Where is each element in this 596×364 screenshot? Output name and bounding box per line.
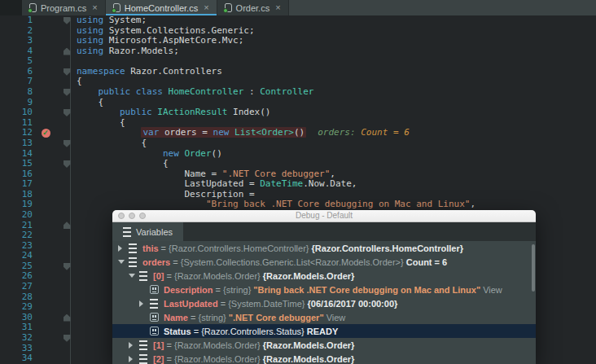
view-link[interactable]: View [324,313,346,322]
breakpoint-gutter-empty[interactable] [34,98,57,108]
breakpoint-gutter-empty[interactable] [34,221,57,231]
fold-marker-down-icon[interactable] [64,140,71,147]
fold-marker-down-icon[interactable] [64,68,71,76]
fold-marker-down-icon[interactable] [64,89,71,96]
breakpoint-gutter-empty[interactable] [34,210,57,221]
tab-close-icon[interactable]: × [274,3,280,12]
breakpoint-gutter-empty[interactable] [34,333,57,344]
breakpoint-gutter-empty[interactable] [34,67,57,77]
breakpoint-gutter-empty[interactable] [34,292,57,303]
fold-gutter[interactable] [57,261,77,272]
breakpoint-gutter[interactable]: ✓ [34,128,57,138]
fold-gutter[interactable] [57,221,77,231]
tab-program-cs[interactable]: Program.cs× [22,0,106,15]
fold-gutter[interactable] [57,87,77,98]
tree-row-2[interactable]: [2] = {Razor.Models.Order} {Razor.Models… [112,352,536,364]
fold-marker-down-icon[interactable] [64,17,71,24]
line-number[interactable]: 1 [0,15,34,26]
breakpoint-gutter-empty[interactable] [34,271,57,282]
line-number[interactable]: 34 [0,353,34,364]
breakpoint-gutter-empty[interactable] [34,159,57,169]
view-link[interactable]: View [480,285,502,295]
tab-homecontroller-cs[interactable]: HomeController.cs× [106,0,217,15]
fold-gutter[interactable] [57,333,77,344]
breakpoint-gutter-empty[interactable] [34,149,57,160]
variables-tree[interactable]: this = {Razor.Controllers.HomeController… [112,241,536,364]
tree-row-Status[interactable]: Status = {Razor.Controllers.Status} READ… [112,324,536,338]
fold-marker-down-icon[interactable] [64,109,71,116]
fold-gutter[interactable] [57,313,77,323]
expand-arrow-icon[interactable] [129,342,139,349]
line-number[interactable]: 5 [0,56,34,67]
line-number[interactable]: 24 [0,251,34,261]
line-number[interactable]: 15 [0,159,34,169]
breakpoint-gutter-empty[interactable] [34,46,57,57]
breakpoint-gutter-empty[interactable] [34,261,57,272]
breakpoint-gutter-empty[interactable] [34,322,57,333]
line-number[interactable]: 27 [0,282,34,292]
debug-window-titlebar[interactable]: Debug - Default [112,210,536,222]
breakpoint-icon[interactable]: ✓ [42,129,50,138]
fold-gutter[interactable] [57,159,77,169]
fold-gutter[interactable] [57,46,77,57]
line-number[interactable]: 3 [0,36,34,46]
tree-row-0[interactable]: [0] = {Razor.Models.Order} {Razor.Models… [112,269,536,283]
line-number[interactable]: 32 [0,333,34,344]
fold-gutter[interactable] [57,107,77,118]
breakpoint-gutter-empty[interactable] [34,36,57,46]
tab-order-cs[interactable]: Order.cs× [217,0,289,15]
traffic-light-minimize-icon[interactable] [129,213,135,219]
expand-arrow-icon[interactable] [139,300,150,307]
fold-marker-down-icon[interactable] [64,335,71,342]
breakpoint-gutter-empty[interactable] [34,282,57,292]
tree-row-Description[interactable]: Description = {string} "Bring back .NET … [112,283,536,296]
line-number[interactable]: 29 [0,302,34,313]
breakpoint-gutter-empty[interactable] [34,56,57,67]
fold-marker-up-icon[interactable] [64,221,71,229]
tab-close-icon[interactable]: × [202,3,208,12]
tree-row-1[interactable]: [1] = {Razor.Models.Order} {Razor.Models… [112,338,536,352]
breakpoint-gutter-empty[interactable] [34,15,57,26]
breakpoint-gutter-empty[interactable] [34,230,57,241]
collapse-arrow-icon[interactable] [129,274,139,278]
line-number[interactable]: 17 [0,179,34,190]
traffic-light-zoom-icon[interactable] [139,213,146,219]
breakpoint-gutter-empty[interactable] [34,200,57,210]
line-number[interactable]: 10 [0,107,34,118]
line-number[interactable]: 20 [0,210,34,221]
tree-row-LastUpdated[interactable]: LastUpdated = {System.DateTime} {06/16/2… [112,296,536,310]
breakpoint-gutter-empty[interactable] [34,118,57,129]
fold-marker-up-icon[interactable] [64,314,71,322]
breakpoint-gutter-empty[interactable] [34,26,57,37]
fold-marker-down-icon[interactable] [64,160,71,168]
breakpoint-gutter-empty[interactable] [34,251,57,261]
fold-gutter[interactable] [57,67,77,77]
breakpoint-gutter-empty[interactable] [34,87,57,98]
breakpoint-gutter-empty[interactable] [34,77,57,87]
breakpoint-gutter-empty[interactable] [34,107,57,118]
line-number[interactable]: 22 [0,230,34,241]
expand-arrow-icon[interactable] [129,356,139,362]
breakpoint-gutter-empty[interactable] [34,344,57,354]
tab-close-icon[interactable]: × [90,3,97,12]
breakpoint-gutter-empty[interactable] [34,241,57,252]
breakpoint-gutter-empty[interactable] [34,302,57,313]
fold-gutter[interactable] [57,15,77,26]
debug-window[interactable]: Debug - Default Variables this = {Razor.… [112,210,536,364]
breakpoint-gutter-empty[interactable] [34,138,57,149]
tree-row-orders[interactable]: orders = {System.Collections.Generic.Lis… [112,255,536,269]
breakpoint-gutter-empty[interactable] [34,179,57,190]
fold-marker-down-icon[interactable] [64,263,71,270]
traffic-light-close-icon[interactable] [118,213,125,219]
line-number[interactable]: 13 [0,138,34,149]
fold-gutter[interactable] [57,138,77,149]
expand-arrow-icon[interactable] [118,245,129,252]
variables-tab[interactable]: Variables [112,222,183,241]
scrollbar-thumb[interactable] [532,244,535,292]
fold-marker-up-icon[interactable] [64,48,71,55]
breakpoint-gutter-empty[interactable] [34,313,57,323]
breakpoint-gutter-empty[interactable] [34,190,57,200]
breakpoint-gutter-empty[interactable] [34,353,57,364]
tree-row-this[interactable]: this = {Razor.Controllers.HomeController… [112,241,536,255]
tree-row-Name[interactable]: Name = {string} ".NET Core debugger" Vie… [112,310,536,324]
